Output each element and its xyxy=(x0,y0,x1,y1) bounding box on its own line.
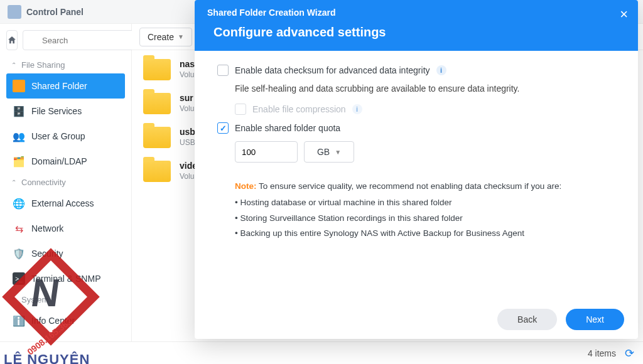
group-system[interactable]: ⌃System xyxy=(6,291,125,308)
item-count: 4 items xyxy=(588,348,616,358)
sidebar-item-user-group[interactable]: 👥User & Group xyxy=(6,124,125,149)
close-icon[interactable]: × xyxy=(620,6,628,23)
sidebar: ⌃File Sharing Shared Folder 🗄️File Servi… xyxy=(0,24,132,341)
note-item: Storing Surveillance Station recordings … xyxy=(235,211,615,226)
folder-icon xyxy=(143,59,171,80)
network-icon: ⇆ xyxy=(13,222,25,235)
shield-icon: 🛡️ xyxy=(13,247,25,260)
modal-subtitle: Configure advanced settings xyxy=(213,25,625,40)
caret-down-icon: ▼ xyxy=(335,149,341,156)
sidebar-item-terminal-snmp[interactable]: >_Terminal & SNMP xyxy=(6,266,125,291)
folder-name: nas xyxy=(180,59,195,69)
checksum-checkbox[interactable] xyxy=(217,65,229,76)
info-icon[interactable]: i xyxy=(352,104,362,114)
compression-label: Enable file compression xyxy=(252,104,346,114)
modal-title: Shared Folder Creation Wizard xyxy=(207,8,625,18)
note-lead: To ensure service quality, we recommend … xyxy=(259,181,561,191)
sidebar-item-network[interactable]: ⇆Network xyxy=(6,216,125,241)
note-label: Note: xyxy=(235,181,257,191)
group-connectivity[interactable]: ⌃Connectivity xyxy=(6,174,125,191)
folder-name: usb xyxy=(180,127,195,137)
file-services-icon: 🗄️ xyxy=(13,105,25,117)
chevron-up-icon: ⌃ xyxy=(11,296,16,303)
folder-sub: Volu xyxy=(180,104,194,113)
folder-sub: Volu xyxy=(180,70,195,79)
note-item: Backing up this entire Synology NAS with… xyxy=(235,226,615,241)
sidebar-item-domain-ldap[interactable]: 🗂️Domain/LDAP xyxy=(6,149,125,174)
terminal-icon: >_ xyxy=(13,272,25,285)
folder-icon xyxy=(143,93,171,114)
wizard-modal: Shared Folder Creation Wizard × Configur… xyxy=(195,0,638,339)
chevron-up-icon: ⌃ xyxy=(11,62,16,68)
caret-down-icon: ▼ xyxy=(178,33,184,40)
sidebar-item-info-center[interactable]: ℹ️Info Center xyxy=(6,308,125,333)
back-button[interactable]: Back xyxy=(497,309,557,330)
sidebar-item-security[interactable]: 🛡️Security xyxy=(6,241,125,266)
create-button[interactable]: Create ▼ xyxy=(139,28,192,46)
note-block: Note: To ensure service quality, we reco… xyxy=(235,179,615,241)
folder-name: sur xyxy=(180,93,194,103)
chevron-up-icon: ⌃ xyxy=(11,179,16,186)
window-title: Control Panel xyxy=(26,7,84,17)
folder-icon xyxy=(13,80,25,92)
quota-label: Enable shared folder quota xyxy=(235,123,340,133)
checksum-label: Enable data checksum for advanced data i… xyxy=(235,65,430,75)
checksum-desc: File self-healing and data scrubbing are… xyxy=(235,83,615,94)
folder-sub: USB xyxy=(180,138,195,147)
home-button[interactable] xyxy=(6,30,18,50)
info-icon[interactable]: i xyxy=(436,65,446,75)
sidebar-item-external-access[interactable]: 🌐External Access xyxy=(6,191,125,216)
refresh-icon[interactable]: ⟳ xyxy=(625,346,634,360)
next-button[interactable]: Next xyxy=(566,309,624,330)
quota-value-input[interactable] xyxy=(235,141,298,163)
group-file-sharing[interactable]: ⌃File Sharing xyxy=(6,56,125,73)
quota-checkbox[interactable] xyxy=(217,122,229,134)
sidebar-item-shared-folder[interactable]: Shared Folder xyxy=(6,73,125,99)
globe-icon: 🌐 xyxy=(13,197,25,210)
app-icon xyxy=(8,5,21,19)
compression-checkbox xyxy=(235,104,246,115)
folder-icon xyxy=(143,161,171,182)
note-item: Hosting database or virtual machine in t… xyxy=(235,195,615,210)
folder-icon xyxy=(143,127,171,148)
sidebar-item-file-services[interactable]: 🗄️File Services xyxy=(6,99,125,124)
quota-unit-select[interactable]: GB ▼ xyxy=(304,141,354,163)
info-icon: ℹ️ xyxy=(13,314,25,327)
users-icon: 👥 xyxy=(13,130,25,142)
domain-icon: 🗂️ xyxy=(13,155,25,168)
status-bar: 4 items ⟳ xyxy=(0,341,643,364)
note-list: Hosting database or virtual machine in t… xyxy=(235,195,615,241)
